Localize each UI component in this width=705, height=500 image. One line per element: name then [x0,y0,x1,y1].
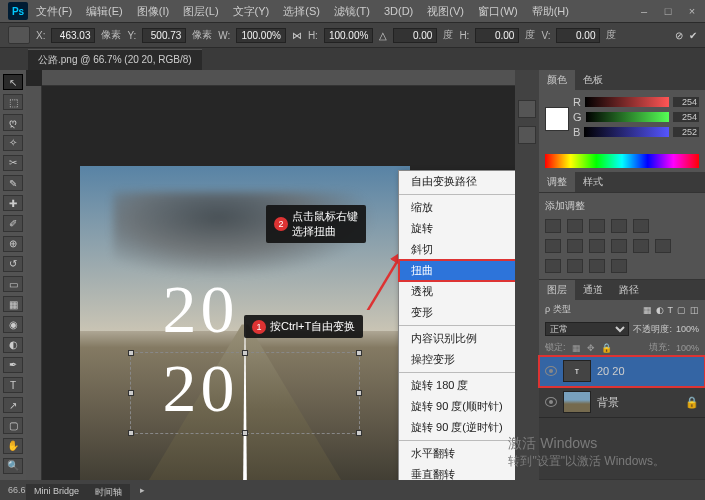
adj-mixer-icon[interactable] [611,239,627,253]
eyedropper-tool[interactable]: ✎ [3,175,23,191]
hand-tool[interactable]: ✋ [3,438,23,454]
stamp-tool[interactable]: ⊕ [3,236,23,252]
fill-value[interactable]: 100% [676,343,699,353]
gradient-tool[interactable]: ▦ [3,296,23,312]
menu-file[interactable]: 文件(F) [30,2,78,21]
menu-layer[interactable]: 图层(L) [177,2,224,21]
adj-gradient-icon[interactable] [589,259,605,273]
link-icon[interactable]: ⋈ [292,30,302,41]
heal-tool[interactable]: ✚ [3,195,23,211]
layer-item[interactable]: T 20 20 [539,356,705,387]
handle-ml[interactable] [128,390,134,396]
history-brush-tool[interactable]: ↺ [3,256,23,272]
b-slider[interactable] [584,127,669,137]
window-maximize-icon[interactable]: □ [663,5,673,17]
menu-filter[interactable]: 滤镜(T) [328,2,376,21]
layer-visibility-icon[interactable] [545,366,557,376]
filter-shape-icon[interactable]: ▢ [677,305,686,315]
tab-color[interactable]: 颜色 [539,70,575,90]
h-field[interactable]: 100.00% [324,28,373,43]
tab-timeline[interactable]: 时间轴 [87,484,130,500]
layer-item[interactable]: 背景 🔒 [539,387,705,418]
filter-smart-icon[interactable]: ◫ [690,305,699,315]
menu-image[interactable]: 图像(I) [131,2,175,21]
pen-tool[interactable]: ✒ [3,357,23,373]
menu-window[interactable]: 窗口(W) [472,2,524,21]
handle-mr[interactable] [356,390,362,396]
adj-lookup-icon[interactable] [633,239,649,253]
history-panel-icon[interactable] [518,100,536,118]
adj-selective-icon[interactable] [611,259,627,273]
layer-name[interactable]: 背景 [597,395,619,410]
properties-panel-icon[interactable] [518,126,536,144]
layer-visibility-icon[interactable] [545,397,557,407]
adj-threshold-icon[interactable] [567,259,583,273]
ctx-content-aware[interactable]: 内容识别比例 [399,328,515,349]
handle-bm[interactable] [242,430,248,436]
ctx-rotate-180[interactable]: 旋转 180 度 [399,375,515,396]
transform-ref-icon[interactable] [8,26,30,44]
ctx-rotate[interactable]: 旋转 [399,218,515,239]
adj-bw-icon[interactable] [567,239,583,253]
tab-adjustments[interactable]: 调整 [539,172,575,192]
ctx-puppet[interactable]: 操控变形 [399,349,515,370]
x-field[interactable]: 463.03 [51,28,95,43]
r-value[interactable]: 254 [673,97,699,107]
r-slider[interactable] [585,97,669,107]
handle-tm[interactable] [242,350,248,356]
ctx-warp[interactable]: 变形 [399,302,515,323]
filter-type-icon[interactable]: T [668,305,674,315]
skew-h-field[interactable]: 0.00 [475,28,519,43]
filter-image-icon[interactable]: ▦ [643,305,652,315]
window-minimize-icon[interactable]: – [639,5,649,17]
handle-br[interactable] [356,430,362,436]
color-spectrum[interactable] [545,154,699,168]
menu-view[interactable]: 视图(V) [421,2,470,21]
tab-paths[interactable]: 路径 [611,280,647,300]
lock-pixels-icon[interactable]: ▦ [572,343,581,353]
dodge-tool[interactable]: ◐ [3,337,23,353]
zoom-tool[interactable]: 🔍 [3,458,23,474]
skew-v-field[interactable]: 0.00 [556,28,600,43]
menu-type[interactable]: 文字(Y) [227,2,276,21]
tab-channels[interactable]: 通道 [575,280,611,300]
blur-tool[interactable]: ◉ [3,316,23,332]
ctx-free-transform[interactable]: 自由变换路径 [399,171,515,192]
adj-photo-icon[interactable] [589,239,605,253]
ctx-rotate-cw[interactable]: 旋转 90 度(顺时针) [399,396,515,417]
handle-tl[interactable] [128,350,134,356]
handle-tr[interactable] [356,350,362,356]
adj-hue-icon[interactable] [545,239,561,253]
crop-tool[interactable]: ✂ [3,155,23,171]
adj-curves-icon[interactable] [589,219,605,233]
move-tool[interactable]: ↖ [3,74,23,90]
menu-edit[interactable]: 编辑(E) [80,2,129,21]
ctx-distort[interactable]: 扭曲 [399,260,515,281]
adj-brightness-icon[interactable] [545,219,561,233]
foreground-swatch[interactable] [545,107,569,131]
ctx-perspective[interactable]: 透视 [399,281,515,302]
cancel-transform-icon[interactable]: ⊘ [675,30,683,41]
b-value[interactable]: 252 [673,127,699,137]
tab-layers[interactable]: 图层 [539,280,575,300]
angle-field[interactable]: 0.00 [393,28,437,43]
adj-invert-icon[interactable] [655,239,671,253]
type-tool[interactable]: T [3,377,23,393]
blend-mode-select[interactable]: 正常 [545,322,629,336]
wand-tool[interactable]: ✧ [3,135,23,151]
adj-exposure-icon[interactable] [611,219,627,233]
commit-transform-icon[interactable]: ✔ [689,30,697,41]
menu-3d[interactable]: 3D(D) [378,3,419,19]
brush-tool[interactable]: ✐ [3,215,23,231]
tab-mini-bridge[interactable]: Mini Bridge [26,484,87,500]
path-tool[interactable]: ↗ [3,397,23,413]
chevron-right-icon[interactable]: ▸ [140,485,145,495]
adj-posterize-icon[interactable] [545,259,561,273]
ctx-flip-h[interactable]: 水平翻转 [399,443,515,464]
marquee-tool[interactable]: ⬚ [3,94,23,110]
g-slider[interactable] [586,112,669,122]
window-close-icon[interactable]: × [687,5,697,17]
layer-name[interactable]: 20 20 [597,365,625,377]
ctx-skew[interactable]: 斜切 [399,239,515,260]
lasso-tool[interactable]: ღ [3,114,23,130]
